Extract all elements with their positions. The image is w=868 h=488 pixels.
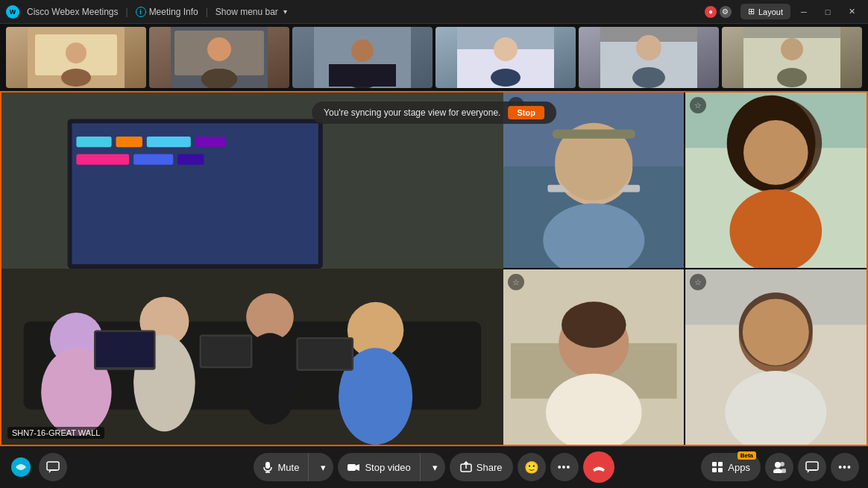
svg-point-71 xyxy=(562,301,626,348)
meeting-info-label: Meeting Info xyxy=(149,7,198,17)
settings-button[interactable]: ⚙ xyxy=(720,6,732,18)
svg-point-2 xyxy=(66,43,87,63)
layout-icon: ⊞ xyxy=(748,7,755,16)
svg-point-3 xyxy=(61,69,91,87)
svg-point-77 xyxy=(743,299,809,366)
thumb-participant-5[interactable] xyxy=(579,27,719,88)
svg-rect-90 xyxy=(718,468,723,472)
video-grid: SHN7-16-GREAT WALL xyxy=(1,93,867,445)
chat-button[interactable] xyxy=(39,453,67,481)
svg-rect-89 xyxy=(712,468,717,472)
svg-rect-88 xyxy=(718,462,723,466)
svg-rect-33 xyxy=(147,137,191,147)
emoji-icon: 🙂 xyxy=(524,460,539,475)
sep1: | xyxy=(126,7,128,17)
stop-video-caret[interactable]: ▾ xyxy=(425,453,445,481)
maximize-button[interactable]: □ xyxy=(817,4,838,19)
svg-point-17 xyxy=(494,37,518,61)
svg-rect-53 xyxy=(298,339,352,369)
svg-rect-37 xyxy=(177,154,204,165)
mute-caret[interactable]: ▾ xyxy=(313,453,333,481)
sync-banner: You're syncing your stage view for every… xyxy=(312,101,556,124)
mute-caret-icon: ▾ xyxy=(321,462,326,473)
stop-video-label: Stop video xyxy=(365,462,410,473)
thumb-participant-1[interactable] xyxy=(6,27,146,88)
layout-label: Layout xyxy=(758,7,783,16)
toolbar-right: Beta Apps xyxy=(701,453,859,481)
show-menu-label: Show menu bar xyxy=(216,7,278,17)
share-icon xyxy=(460,461,472,473)
mute-label: Mute xyxy=(277,462,299,473)
apps-button[interactable]: Beta Apps xyxy=(701,453,761,481)
app-name: Cisco Webex Meetings xyxy=(27,7,119,17)
svg-point-93 xyxy=(780,462,784,466)
svg-rect-95 xyxy=(806,462,818,470)
svg-rect-32 xyxy=(116,137,142,147)
title-bar: W Cisco Webex Meetings | i Meeting Info … xyxy=(0,0,868,24)
mic-icon xyxy=(262,461,273,473)
svg-rect-81 xyxy=(265,462,270,469)
share-button[interactable]: Share xyxy=(450,453,513,481)
title-bar-right: ● ⚙ ⊞ Layout ─ □ ✕ xyxy=(705,4,862,19)
thumb-participant-3[interactable] xyxy=(292,27,433,88)
main-participant-label: SHN7-16-GREAT WALL xyxy=(7,427,104,439)
thumbnail-strip xyxy=(0,24,868,91)
thumb-participant-4[interactable] xyxy=(435,27,576,88)
sep2: | xyxy=(206,7,208,17)
svg-rect-51 xyxy=(201,337,251,366)
title-bar-left: W Cisco Webex Meetings | i Meeting Info … xyxy=(6,5,287,19)
meeting-info-button[interactable]: i Meeting Info xyxy=(136,7,198,17)
svg-point-66 xyxy=(743,120,808,185)
svg-rect-49 xyxy=(95,332,154,367)
chevron-down-icon: ▾ xyxy=(283,7,287,16)
thumb-participant-6[interactable] xyxy=(722,27,862,88)
thumb-participant-2[interactable] xyxy=(149,27,289,88)
apps-grid-icon xyxy=(711,461,723,473)
beta-badge: Beta xyxy=(738,451,756,460)
stop-video-main[interactable]: Stop video xyxy=(338,453,420,481)
participants-icon xyxy=(773,461,786,473)
star-button-3[interactable]: ☆ xyxy=(508,274,524,290)
svg-rect-34 xyxy=(195,137,226,147)
stop-video-button[interactable]: Stop video ▾ xyxy=(338,453,444,481)
video-area: You're syncing your stage view for every… xyxy=(0,91,868,446)
mute-button[interactable]: Mute ▾ xyxy=(254,453,333,481)
svg-point-91 xyxy=(775,462,781,468)
toolbar-left xyxy=(9,453,67,481)
svg-rect-87 xyxy=(712,462,717,466)
svg-rect-84 xyxy=(347,464,356,471)
webex-assistant-icon[interactable] xyxy=(9,455,33,479)
close-button[interactable]: ✕ xyxy=(841,4,862,19)
more-options-button[interactable]: ••• xyxy=(550,453,579,481)
main-video-cell: SHN7-16-GREAT WALL xyxy=(1,93,503,445)
end-call-button[interactable] xyxy=(583,451,614,483)
stop-sync-button[interactable]: Stop xyxy=(508,106,544,119)
mute-main[interactable]: Mute xyxy=(254,453,309,481)
side-video-grid: ☆ ☆ xyxy=(503,93,867,445)
messages-icon xyxy=(805,461,819,473)
camera-icon xyxy=(347,463,360,472)
stage-area: You're syncing your stage view for every… xyxy=(0,91,868,446)
svg-rect-36 xyxy=(133,154,173,165)
more-icon: ••• xyxy=(838,461,852,473)
messages-button[interactable] xyxy=(798,453,826,481)
show-menu-button[interactable]: Show menu bar ▾ xyxy=(216,7,287,17)
layout-button[interactable]: ⊞ Layout xyxy=(740,4,790,19)
record-button[interactable]: ● xyxy=(705,6,717,18)
minimize-button[interactable]: ─ xyxy=(793,4,814,19)
toolbar: Mute ▾ Stop video ▾ xyxy=(0,446,868,488)
sync-message: You're syncing your stage view for every… xyxy=(324,107,500,118)
apps-label: Apps xyxy=(728,462,750,473)
stop-video-caret-icon: ▾ xyxy=(433,462,438,473)
info-icon: i xyxy=(136,7,146,17)
svg-rect-14 xyxy=(329,64,396,87)
svg-point-12 xyxy=(351,40,374,62)
share-label: Share xyxy=(477,462,503,473)
svg-point-9 xyxy=(207,37,231,61)
webex-logo: W xyxy=(6,5,19,19)
side-video-2: ☆ xyxy=(685,93,867,268)
reactions-button[interactable]: 🙂 xyxy=(518,453,546,481)
more-button[interactable]: ••• xyxy=(831,453,859,481)
participants-button[interactable] xyxy=(765,453,793,481)
svg-point-26 xyxy=(777,68,807,87)
